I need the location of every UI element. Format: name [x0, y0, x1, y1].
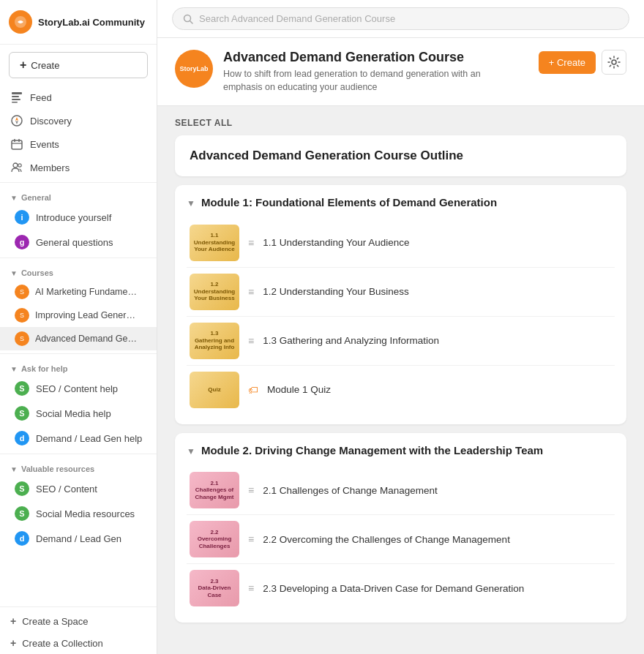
plus-space-icon: +: [10, 615, 16, 627]
course-info: Advanced Demand Generation Course How to…: [223, 50, 516, 94]
sidebar-item-demand-lead[interactable]: d Demand / Lead Gen: [0, 526, 157, 551]
svg-point-13: [18, 164, 21, 167]
sidebar-item-members[interactable]: Members: [0, 156, 157, 179]
general-q-icon: g: [15, 235, 29, 249]
section-courses-label: Courses: [21, 268, 53, 277]
select-all-bar[interactable]: SELECT ALL: [175, 118, 626, 128]
chevron-help-icon: ▼: [10, 365, 18, 373]
drag-icon-2-1[interactable]: ≡: [248, 484, 254, 496]
lesson-row-2-3: 2.3Data-DrivenCase ≡ 2.3 Developing a Da…: [187, 564, 615, 612]
sidebar-item-discovery[interactable]: Discovery: [0, 109, 157, 132]
sidebar-item-demand-help[interactable]: d Demand / Lead Gen help: [0, 426, 157, 451]
sidebar-course-ai-marketing[interactable]: S AI Marketing Fundamentals: [0, 280, 157, 304]
create-space-button[interactable]: + Create a Space: [0, 610, 157, 632]
svg-rect-1: [12, 92, 22, 94]
lesson-thumb-1-2: 1.2UnderstandingYour Business: [190, 274, 239, 310]
compass-icon: [10, 114, 23, 127]
drag-icon-2-2[interactable]: ≡: [248, 533, 254, 545]
create-collection-label: Create a Collection: [22, 638, 103, 649]
module-1-title: Module 1: Foundational Elements of Deman…: [201, 195, 497, 210]
course-dot-advanced: S: [15, 331, 29, 346]
lesson-row-1-1: 1.1UnderstandingYour Audience ≡ 1.1 Unde…: [187, 219, 615, 268]
sidebar-item-social-help[interactable]: S Social Media help: [0, 401, 157, 426]
search-placeholder: Search Advanced Demand Generation Course: [199, 13, 395, 24]
sidebar-item-events[interactable]: Events: [0, 132, 157, 156]
feed-icon: [10, 91, 23, 104]
lesson-thumb-2-1: 2.1Challenges ofChange Mgmt: [190, 472, 239, 508]
sidebar-item-seo-content[interactable]: S SEO / Content: [0, 476, 157, 501]
demand-res-icon: d: [15, 531, 29, 546]
lesson-thumb-1-3: 1.3Gathering andAnalyzing Info: [190, 323, 239, 359]
create-button[interactable]: + Create: [9, 52, 148, 78]
section-ask-help[interactable]: ▼ Ask for help: [0, 357, 157, 376]
module-1-chevron-icon[interactable]: ▼: [187, 198, 195, 208]
lesson-row-quiz-1: Quiz 🏷 Module 1 Quiz: [187, 366, 615, 414]
sidebar-header: StoryLab.ai Community: [0, 0, 157, 45]
members-label: Members: [30, 162, 70, 173]
improving-lead-label: Improving Lead Generation: [35, 310, 138, 320]
create-space-label: Create a Space: [22, 616, 88, 627]
course-description: How to shift from lead generation to dem…: [223, 68, 516, 94]
section-help-label: Ask for help: [21, 364, 68, 373]
lesson-thumb-2-2: 2.2OvercomingChallenges: [190, 521, 239, 557]
app-name: StoryLab.ai Community: [38, 17, 145, 28]
module-2-chevron-icon[interactable]: ▼: [187, 446, 195, 456]
lesson-title-quiz-1: Module 1 Quiz: [267, 384, 331, 395]
app-logo[interactable]: [9, 10, 32, 34]
plus-icon: +: [20, 59, 26, 72]
sidebar-course-improving-lead[interactable]: S Improving Lead Generation: [0, 304, 157, 327]
sidebar-item-introduce[interactable]: i Introduce yourself: [0, 205, 157, 230]
module-2-header: ▼ Module 2. Driving Change Management wi…: [187, 443, 615, 458]
svg-marker-6: [15, 117, 18, 121]
lesson-title-1-3: 1.3 Gathering and Analyzing Information: [263, 335, 439, 346]
quiz-icon-1: 🏷: [248, 384, 258, 396]
drag-icon-1-3[interactable]: ≡: [248, 335, 254, 347]
outline-title-card: Advanced Demand Generation Course Outlin…: [175, 135, 626, 176]
drag-icon-2-3[interactable]: ≡: [248, 582, 254, 594]
svg-rect-4: [12, 102, 18, 103]
lesson-row-2-2: 2.2OvercomingChallenges ≡ 2.2 Overcoming…: [187, 515, 615, 564]
avatar-text: StoryLab: [179, 65, 208, 72]
course-header: StoryLab Advanced Demand Generation Cour…: [157, 38, 644, 106]
sidebar-item-social-resources[interactable]: S Social Media resources: [0, 501, 157, 526]
course-header-left: StoryLab Advanced Demand Generation Cour…: [175, 50, 516, 94]
divider-5: [0, 606, 157, 607]
lesson-thumb-2-3: 2.3Data-DrivenCase: [190, 570, 239, 606]
create-course-button[interactable]: + Create: [539, 51, 596, 74]
sidebar-item-feed[interactable]: Feed: [0, 86, 157, 109]
sidebar-item-seo-help[interactable]: S SEO / Content help: [0, 376, 157, 401]
settings-button[interactable]: [602, 50, 626, 75]
module-1-card: ▼ Module 1: Foundational Elements of Dem…: [175, 185, 626, 424]
demand-lead-label: Demand / Lead Gen: [36, 533, 121, 544]
module-1-header: ▼ Module 1: Foundational Elements of Dem…: [187, 195, 615, 210]
module-2-title: Module 2. Driving Change Management with…: [201, 443, 543, 458]
seo-help-label: SEO / Content help: [36, 383, 118, 394]
divider-3: [0, 353, 157, 354]
divider-4: [0, 454, 157, 454]
chevron-courses-icon: ▼: [10, 269, 18, 277]
lesson-title-2-1: 2.1 Challenges of Change Management: [263, 485, 438, 496]
section-courses[interactable]: ▼ Courses: [0, 261, 157, 280]
lesson-thumb-1-1: 1.1UnderstandingYour Audience: [190, 225, 239, 261]
section-resources[interactable]: ▼ Valuable resources: [0, 457, 157, 476]
course-dot-lead: S: [15, 308, 29, 323]
social-help-icon: S: [15, 406, 29, 421]
svg-point-16: [612, 60, 616, 64]
svg-rect-3: [12, 99, 20, 100]
create-collection-button[interactable]: + Create a Collection: [0, 632, 157, 654]
divider-2: [0, 258, 157, 258]
search-box[interactable]: Search Advanced Demand Generation Course: [172, 7, 629, 30]
drag-icon-1-1[interactable]: ≡: [248, 237, 254, 249]
search-icon: [183, 14, 193, 24]
lesson-title-1-2: 1.2 Understanding Your Business: [263, 286, 409, 297]
section-general[interactable]: ▼ General: [0, 186, 157, 205]
discovery-label: Discovery: [30, 116, 72, 127]
members-icon: [10, 161, 23, 174]
section-resources-label: Valuable resources: [21, 465, 94, 473]
general-q-label: General questions: [36, 237, 113, 248]
events-label: Events: [30, 139, 59, 150]
main-content: Search Advanced Demand Generation Course…: [157, 0, 644, 654]
sidebar-course-advanced-demand[interactable]: S Advanced Demand Generati...: [0, 327, 157, 350]
sidebar-item-general-questions[interactable]: g General questions: [0, 230, 157, 255]
drag-icon-1-2[interactable]: ≡: [248, 286, 254, 298]
